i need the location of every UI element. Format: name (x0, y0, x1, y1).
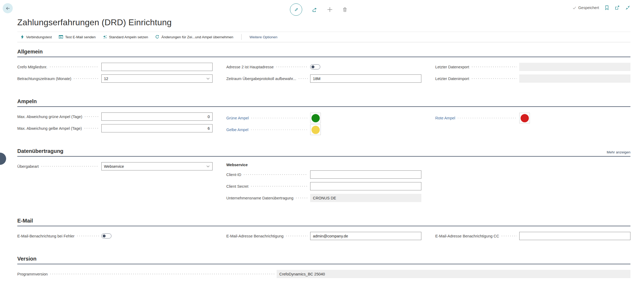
max-abweichung-gruen-input[interactable] (101, 112, 213, 121)
check-icon (572, 6, 576, 10)
dotted-leader (285, 232, 308, 240)
dotted-leader (501, 232, 517, 240)
action-verbindungstest[interactable]: Verbindungstest (21, 35, 52, 39)
dotted-leader (49, 63, 99, 71)
field-crefo-mitgliedsnr: Crefo Mitgliedsnr. (17, 63, 213, 71)
action-label: Änderungen für Zei...und Ampel übernehme… (161, 35, 233, 39)
window-controls: Gespeichert (572, 5, 630, 10)
gelbe-ampel-color-picker[interactable] (310, 124, 321, 135)
save-status: Gespeichert (572, 6, 599, 10)
betrachtungszeitraum-select[interactable] (101, 74, 213, 83)
open-in-window-icon (615, 5, 620, 10)
crefo-mitgliedsnr-input[interactable] (101, 63, 213, 71)
dotted-leader (250, 182, 308, 190)
toggle-knob (103, 235, 106, 237)
section-allgemein: Allgemein Crefo Mitgliedsnr. Betrachtung… (17, 49, 630, 86)
section-heading: Allgemein (17, 49, 43, 55)
dotted-leader (49, 270, 274, 278)
bookmark-button[interactable] (605, 5, 609, 10)
show-more-link[interactable]: Mehr anzeigen (607, 150, 630, 154)
email-adresse-cc-input[interactable] (519, 232, 630, 240)
field-label: Grüne Ampel (226, 116, 249, 120)
field-email-adresse: E-Mail-Adresse Benachrichtigung (226, 232, 422, 240)
field-email-adresse-cc: E-Mail-Adresse Benachrichtigung CC (435, 232, 630, 240)
refresh-icon (155, 35, 159, 39)
field-label: Max. Abweichung grüne Ampel (Tage) (17, 115, 82, 119)
action-standard-ampeln-setzen[interactable]: Standard Ampeln setzen (103, 35, 148, 39)
field-zeitraum-protokoll: Zeitraum Übergabeprotokoll aufbewahr... (226, 74, 422, 83)
field-label: Letzter Datenexport (435, 65, 469, 69)
field-email-benachrichtung-fehler: E-Mail-Benachrichtung bei Fehler (17, 232, 213, 240)
field-unternehmensname: Unternehmensname Datenübertragung (226, 194, 422, 202)
more-options-button[interactable]: Weitere Optionen (250, 35, 277, 39)
dotted-leader (251, 112, 308, 124)
field-max-abweichung-gelb: Max. Abweichung gelbe Ampel (Tage) (17, 124, 213, 132)
red-circle (521, 114, 529, 122)
field-programmversion: Programmversion (17, 270, 630, 278)
field-label: Zeitraum Übergabeprotokoll aufbewahr... (226, 77, 296, 81)
client-id-input[interactable] (310, 170, 421, 179)
field-rote-ampel: Rote Ampel (435, 112, 630, 124)
max-abweichung-gelb-input[interactable] (101, 124, 213, 132)
dotted-leader (298, 74, 308, 83)
zeitraum-protokoll-input[interactable] (310, 74, 421, 83)
back-arrow-icon (5, 6, 10, 11)
green-circle (311, 114, 320, 122)
field-client-secret: Client Secret (226, 182, 422, 190)
letzter-datenimport-input (519, 74, 630, 83)
section-heading: Datenübertragung (17, 148, 63, 154)
collapse-view-button[interactable] (625, 5, 630, 10)
field-uebergabeart: Übergabeart (17, 162, 213, 170)
email-adresse-input[interactable] (310, 232, 421, 240)
client-secret-input[interactable] (310, 182, 421, 190)
field-label: Gelbe Ampel (226, 128, 248, 132)
field-label: E-Mail-Benachrichtung bei Fehler (17, 234, 74, 238)
trash-icon (342, 7, 347, 12)
webservice-group-heading: Webservice (226, 162, 422, 168)
gruene-ampel-color-picker[interactable] (310, 113, 321, 123)
section-heading: E-Mail (17, 218, 33, 224)
action-test-email-senden[interactable]: Test E-Mail senden (59, 35, 96, 39)
adresse2-hauptadresse-toggle[interactable] (310, 64, 320, 69)
edit-button[interactable] (290, 3, 302, 16)
yellow-circle (311, 126, 320, 134)
field-label: Programmversion (17, 272, 48, 276)
collapse-arrows-icon (625, 5, 630, 10)
share-button[interactable] (312, 7, 317, 12)
field-letzter-datenimport: Letzter Datenimport (435, 74, 630, 83)
field-client-id: Client-ID (226, 170, 422, 179)
sparkle-icon (103, 35, 107, 39)
field-label: Übergabeart (17, 164, 39, 169)
page-title: Zahlungserfahrungen (DRD) Einrichtung (17, 18, 644, 27)
email-benachrichtung-toggle[interactable] (101, 233, 111, 238)
delete-button[interactable] (342, 7, 347, 12)
new-record-button[interactable] (327, 7, 333, 12)
save-status-label: Gespeichert (578, 6, 599, 10)
dotted-leader (457, 112, 517, 124)
back-button[interactable] (3, 3, 13, 13)
field-label: Rote Ampel (435, 116, 455, 120)
programmversion-input (277, 270, 630, 278)
uebergabeart-select[interactable] (101, 162, 213, 170)
field-gruene-ampel: Grüne Ampel (226, 112, 422, 124)
section-version: Version Programmversion (17, 256, 630, 282)
field-gelbe-ampel: Gelbe Ampel (226, 124, 422, 135)
field-max-abweichung-gruen: Max. Abweichung grüne Ampel (Tage) (17, 112, 213, 121)
open-in-window-button[interactable] (615, 5, 620, 10)
dotted-leader (243, 170, 308, 179)
dotted-leader (295, 194, 308, 202)
action-aenderungen-uebernehmen[interactable]: Änderungen für Zei...und Ampel übernehme… (155, 35, 233, 39)
rote-ampel-color-picker[interactable] (519, 113, 530, 123)
dotted-leader (84, 112, 99, 121)
field-label: E-Mail-Adresse Benachrichtigung CC (435, 234, 499, 238)
record-toolbar (290, 3, 347, 16)
unternehmensname-input (310, 194, 421, 202)
dotted-leader (471, 74, 517, 83)
field-betrachtungszeitraum: Betrachtungszeitraum (Monate) (17, 74, 213, 83)
dotted-leader (41, 162, 99, 170)
dotted-leader (76, 232, 99, 240)
page-content: Allgemein Crefo Mitgliedsnr. Betrachtung… (0, 49, 644, 282)
field-label: Crefo Mitgliedsnr. (17, 65, 47, 69)
field-label: Max. Abweichung gelbe Ampel (Tage) (17, 126, 82, 131)
share-icon (312, 7, 317, 12)
